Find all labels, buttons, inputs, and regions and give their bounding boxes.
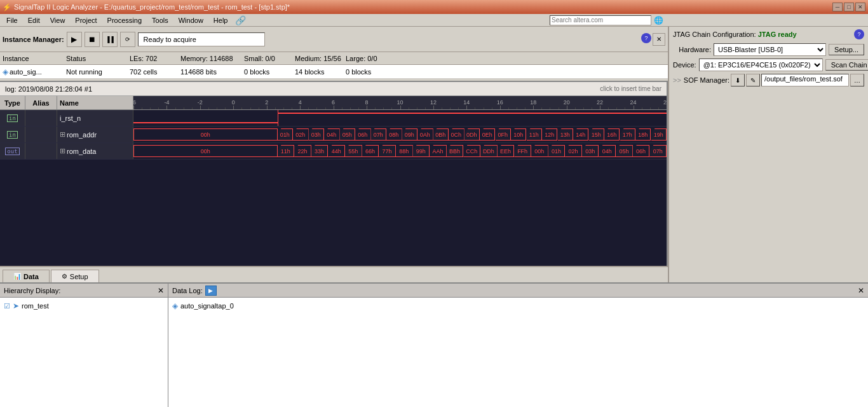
col-memory: Memory: 114688: [180, 55, 244, 62]
menu-tools[interactable]: Tools: [147, 15, 173, 25]
menu-processing[interactable]: Processing: [102, 15, 147, 25]
stop-button[interactable]: ⏹: [85, 32, 100, 47]
jtag-title-row: JTAG Chain Configuration: JTAG ready ?: [673, 29, 864, 39]
col-small: Small: 0/0: [244, 55, 295, 62]
col-instance: Instance: [3, 55, 66, 62]
hierarchy-title: Hierarchy Display:: [4, 287, 60, 294]
app-icon: ⚡: [3, 3, 11, 11]
hierarchy-panel: Hierarchy Display: ✕ ☑ ➤ rom_test: [0, 284, 168, 407]
datalog-item-0[interactable]: ◈ auto_signaltap_0: [171, 300, 865, 312]
panel-close-button[interactable]: ✕: [653, 33, 665, 46]
type-col-header: Type: [0, 96, 25, 109]
alias-cell-romaddr: [25, 127, 57, 142]
expand-icon-data[interactable]: ⊞: [60, 147, 65, 155]
search-globe-icon: 🌐: [654, 16, 663, 25]
wave-high-irst: [278, 113, 667, 114]
log-text: log: 2019/08/08 21:28:04 #1: [5, 85, 92, 93]
menu-project[interactable]: Project: [70, 15, 102, 25]
jtag-right-filler: [668, 109, 868, 282]
device-select[interactable]: @1: EP3C16/EP4CE15 (0x020F2): [699, 59, 823, 71]
hierarchy-item-label: rom_test: [22, 302, 49, 310]
content-area: Instance Manager: ▶ ⏹ ▐▐ ⟳ Ready to acqu…: [0, 27, 868, 407]
expand-icon-addr[interactable]: ⊞: [60, 130, 65, 139]
instance-name: ◈ auto_sig...: [3, 67, 66, 76]
close-button[interactable]: ✕: [855, 3, 865, 11]
status-display: Ready to acquire: [138, 32, 265, 46]
datalog-close-icon[interactable]: ✕: [858, 286, 864, 295]
type-cell-romdata: out: [0, 143, 25, 159]
wave-cell-romaddr: 00h01h02h03h04h05h06h07h08h09h0Ah0Bh0Ch0…: [133, 127, 667, 142]
window-controls: ─ □ ✕: [832, 3, 865, 11]
jtag-device-row: Device: @1: EP3C16/EP4CE15 (0x020F2) Sca…: [673, 59, 864, 71]
sof-manager-label: SOF Manager:: [684, 76, 729, 84]
run-button[interactable]: ▶: [67, 32, 82, 47]
jtag-panel: JTAG Chain Configuration: JTAG ready ? H…: [668, 27, 868, 109]
device-label: Device:: [673, 61, 696, 69]
log-bar: log: 2019/08/08 21:28:04 #1 click to ins…: [0, 82, 667, 96]
menu-edit[interactable]: Edit: [23, 15, 45, 25]
sof-download-button[interactable]: ⬇: [731, 74, 745, 86]
datalog-item-label: auto_signaltap_0: [180, 302, 234, 310]
wave-low-irst: [133, 122, 278, 123]
instance-table-header: Instance Status LEs: 702 Memory: 114688 …: [0, 52, 668, 65]
hardware-select[interactable]: USB-Blaster [USB-0]: [714, 43, 826, 56]
signal-row-irst[interactable]: in i_rst_n: [0, 110, 667, 127]
auto-run-button[interactable]: ⟳: [120, 32, 135, 47]
hierarchy-header: Hierarchy Display: ✕: [0, 284, 168, 298]
datalog-icon[interactable]: ▶: [205, 286, 217, 296]
signal-row-romdata[interactable]: out ⊞ rom_data 00h11h22h33h44h55h66h77h8…: [0, 143, 667, 160]
menu-view[interactable]: View: [45, 15, 71, 25]
title-bar: ⚡ SignalTap II Logic Analyzer - E:/quart…: [0, 0, 868, 14]
instance-status: Not running: [66, 68, 130, 76]
minimize-button[interactable]: ─: [832, 3, 843, 11]
name-cell-romdata: ⊞ rom_data: [57, 143, 133, 159]
timeline-ruler: -6-4-202468101214161820222426: [133, 96, 667, 109]
search-input[interactable]: [550, 15, 651, 25]
hardware-label: Hardware:: [673, 46, 711, 53]
hierarchy-item-romtest[interactable]: ☑ ➤ rom_test: [3, 300, 165, 312]
sof-more-button[interactable]: …: [850, 74, 864, 86]
sof-edit-button[interactable]: ✎: [746, 74, 760, 86]
left-top-area: Instance Manager: ▶ ⏹ ▐▐ ⟳ Ready to acqu…: [0, 27, 668, 81]
instance-large: 0 blocks: [346, 68, 397, 76]
instance-row-0[interactable]: ◈ auto_sig... Not running 702 cells 1146…: [0, 65, 668, 79]
app: ⚡ SignalTap II Logic Analyzer - E:/quart…: [0, 0, 868, 407]
tab-setup-icon: ⚙: [62, 273, 67, 280]
datalog-title: Data Log:: [172, 287, 203, 294]
waveform-header: Type Alias Name -6-4-2024681012141618202…: [0, 96, 667, 110]
search-area: 🌐: [550, 15, 663, 25]
sof-path: /output_files/rom_test.sof: [761, 74, 849, 86]
datalog-header: Data Log: ▶ ✕: [168, 284, 868, 298]
instance-manager-label: Instance Manager:: [3, 36, 64, 43]
instance-memory: 114688 bits: [180, 68, 244, 76]
hierarchy-close-icon[interactable]: ✕: [158, 286, 164, 295]
tab-data[interactable]: 📊 Data: [3, 270, 50, 282]
signal-row-romaddr[interactable]: in ⊞ rom_addr 00h01h02h03h04h05h06h07h08…: [0, 127, 667, 143]
col-large: Large: 0/0: [346, 55, 397, 62]
menu-window[interactable]: Window: [173, 15, 208, 25]
alias-col-header: Alias: [25, 96, 57, 109]
pause-button[interactable]: ▐▐: [102, 32, 118, 47]
help-button[interactable]: ?: [641, 33, 651, 43]
tab-data-icon: 📊: [13, 273, 21, 280]
checkbox-icon: ☑: [4, 302, 10, 310]
scan-chain-button[interactable]: Scan Chain: [825, 59, 868, 71]
jtag-hardware-row: Hardware: USB-Blaster [USB-0] Setup...: [673, 43, 864, 56]
tab-setup[interactable]: ⚙ Setup: [51, 270, 99, 282]
menu-file[interactable]: File: [1, 15, 23, 25]
jtag-help-button[interactable]: ?: [854, 29, 864, 39]
wave-empty-area: [0, 160, 667, 272]
alias-cell-irst: [25, 110, 57, 126]
col-les: LEs: 702: [130, 55, 180, 62]
menu-help[interactable]: Help: [208, 15, 233, 25]
datalog-content: ◈ auto_signaltap_0: [168, 298, 868, 407]
click-hint: click to insert time bar: [600, 85, 661, 92]
help-link-icon[interactable]: 🔗: [235, 15, 246, 25]
name-cell-romaddr: ⊞ rom_addr: [57, 127, 133, 142]
sof-row: >> SOF Manager: ⬇ ✎ /output_files/rom_te…: [673, 74, 864, 86]
datalog-item-icon: ◈: [172, 301, 178, 310]
instance-les: 702 cells: [130, 68, 180, 76]
maximize-button[interactable]: □: [844, 3, 854, 11]
setup-button[interactable]: Setup...: [829, 44, 864, 55]
sof-arrow: >>: [673, 76, 681, 84]
